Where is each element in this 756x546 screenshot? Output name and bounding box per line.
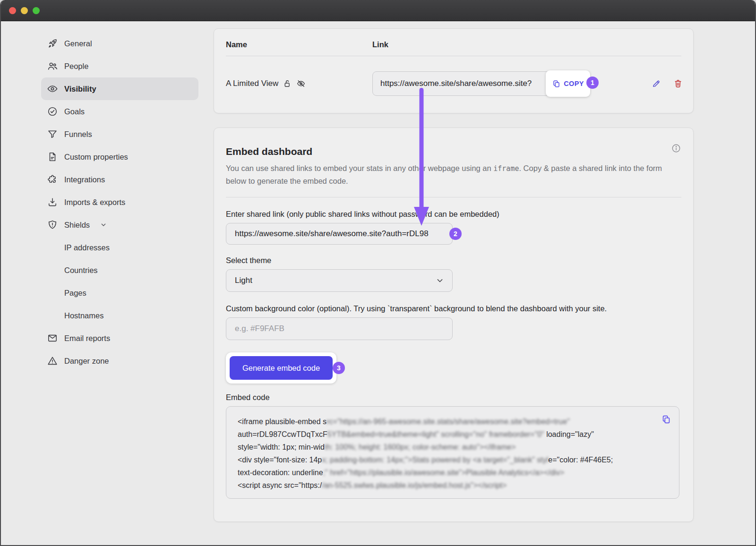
sidebar-item-label: Email reports <box>64 334 110 343</box>
sidebar-item-hostnames[interactable]: Hostnames <box>41 304 198 327</box>
warning-icon <box>47 355 58 367</box>
copy-icon <box>552 79 561 88</box>
sidebar-item-label: Goals <box>64 107 85 116</box>
edit-icon[interactable] <box>652 79 661 88</box>
embed-code-box[interactable]: <iframe plausible-embed src="https://an-… <box>226 406 679 499</box>
sidebar-item-funnels[interactable]: Funnels <box>41 123 198 145</box>
code-line: <div style="font-size: 14px; padding-bot… <box>238 453 657 466</box>
column-header-name: Name <box>226 40 372 49</box>
settings-sidebar: General People Visibility Goals <box>1 21 209 545</box>
users-icon <box>47 60 58 72</box>
close-window-button[interactable] <box>9 7 16 14</box>
sidebar-item-imports-exports[interactable]: Imports & exports <box>41 191 198 213</box>
sidebar-item-integrations[interactable]: Integrations <box>41 168 198 191</box>
embed-code-label: Embed code <box>226 393 681 402</box>
sidebar-item-label: Funnels <box>64 130 92 139</box>
chevron-down-icon <box>435 276 445 285</box>
sidebar-item-danger-zone[interactable]: Danger zone <box>41 350 198 372</box>
envelope-icon <box>47 333 58 344</box>
code-line: text-decoration: underline;" href="https… <box>238 466 657 479</box>
settings-main: Name Link A Limited View <box>209 21 755 545</box>
zoom-window-button[interactable] <box>33 7 40 14</box>
sidebar-item-visibility[interactable]: Visibility <box>41 77 198 100</box>
check-circle-icon <box>47 106 58 117</box>
column-header-link: Link <box>372 40 388 49</box>
iframe-code-word: iframe <box>493 164 519 173</box>
icon-spacer <box>47 310 58 321</box>
generate-callout: Generate embed code 3 <box>226 352 336 384</box>
sidebar-item-goals[interactable]: Goals <box>41 100 198 123</box>
eye-off-icon <box>296 79 306 88</box>
sidebar-item-label: People <box>64 62 88 71</box>
theme-selected-value: Light <box>235 276 252 285</box>
icon-spacer <box>47 242 58 253</box>
settings-window: General People Visibility Goals <box>0 0 756 546</box>
delete-icon[interactable] <box>673 79 683 88</box>
rocket-icon <box>47 38 58 49</box>
bg-color-field-label: Custom background color (optional). Try … <box>226 304 681 313</box>
sidebar-item-label: General <box>64 39 92 48</box>
section-divider <box>226 197 681 197</box>
sidebar-item-label: Countries <box>64 266 98 275</box>
shared-links-table-header: Name Link <box>214 29 693 56</box>
info-icon[interactable] <box>671 143 681 154</box>
shield-icon <box>47 219 58 230</box>
sidebar-item-label: Integrations <box>64 175 105 184</box>
puzzle-icon <box>47 174 58 185</box>
embed-dashboard-card: Embed dashboard You can use shared links… <box>214 128 694 522</box>
unlock-icon <box>283 79 292 88</box>
embed-shared-link-input[interactable] <box>226 223 453 245</box>
copy-code-icon[interactable] <box>661 414 671 425</box>
chevron-down-icon <box>100 221 107 229</box>
step-badge-3: 3 <box>333 362 345 374</box>
sidebar-item-label: Shields <box>64 221 90 230</box>
theme-field-label: Select theme <box>226 256 681 265</box>
copy-button-label: COPY <box>564 80 584 87</box>
shared-link-name: A Limited View <box>226 79 278 88</box>
sidebar-item-label: Hostnames <box>64 311 103 320</box>
funnel-icon <box>47 128 58 140</box>
sidebar-item-countries[interactable]: Countries <box>41 259 198 282</box>
code-line: <script async src="https://an-5525.swlws… <box>238 479 657 492</box>
sidebar-item-email-reports[interactable]: Email reports <box>41 327 198 350</box>
generate-embed-code-button[interactable]: Generate embed code <box>230 356 333 380</box>
shared-link-field-label: Enter shared link (only public shared li… <box>226 210 681 219</box>
embed-description: You can use shared links to embed your s… <box>226 162 681 187</box>
step-badge-1: 1 <box>586 77 599 89</box>
sidebar-item-label: IP addresses <box>64 243 110 252</box>
download-icon <box>47 196 58 208</box>
copy-button[interactable]: COPY <box>546 70 590 97</box>
document-icon <box>47 151 58 162</box>
sidebar-item-label: Pages <box>64 289 86 298</box>
code-line: style="width: 1px; min-width: 100%; heig… <box>238 441 657 453</box>
sidebar-item-general[interactable]: General <box>41 32 198 55</box>
sidebar-item-label: Visibility <box>64 85 96 94</box>
sidebar-item-pages[interactable]: Pages <box>41 282 198 304</box>
embed-card-title: Embed dashboard <box>226 146 312 157</box>
icon-spacer <box>47 264 58 276</box>
shared-link-row: A Limited View COPY <box>214 56 693 111</box>
shared-links-card: Name Link A Limited View <box>214 28 694 113</box>
code-line: auth=rDL987CcwTDqTxcF5YTB&embed=true&the… <box>238 428 657 441</box>
window-titlebar <box>1 0 755 21</box>
sidebar-item-custom-properties[interactable]: Custom properties <box>41 145 198 168</box>
sidebar-item-label: Danger zone <box>64 357 109 366</box>
minimize-window-button[interactable] <box>21 7 28 14</box>
code-line: <iframe plausible-embed src="https://an-… <box>238 415 657 428</box>
sidebar-item-label: Custom properties <box>64 153 128 162</box>
theme-select[interactable]: Light <box>226 269 453 292</box>
bg-color-input[interactable] <box>226 317 453 340</box>
sidebar-item-shields[interactable]: Shields <box>41 213 198 236</box>
sidebar-item-label: Imports & exports <box>64 198 125 207</box>
eye-icon <box>47 83 58 94</box>
sidebar-item-ip-addresses[interactable]: IP addresses <box>41 236 198 259</box>
step-badge-2: 2 <box>449 228 462 240</box>
sidebar-item-people[interactable]: People <box>41 55 198 77</box>
icon-spacer <box>47 287 58 299</box>
